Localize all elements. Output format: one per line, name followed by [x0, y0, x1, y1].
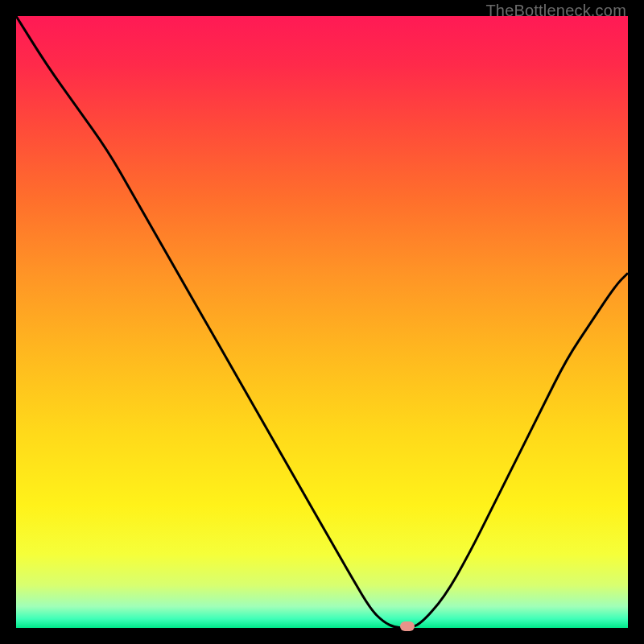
- curve-layer: [16, 16, 628, 628]
- bottleneck-curve: [16, 16, 628, 628]
- watermark-text: TheBottleneck.com: [485, 2, 626, 20]
- optimal-marker: [400, 621, 415, 631]
- plot-area: [16, 16, 628, 628]
